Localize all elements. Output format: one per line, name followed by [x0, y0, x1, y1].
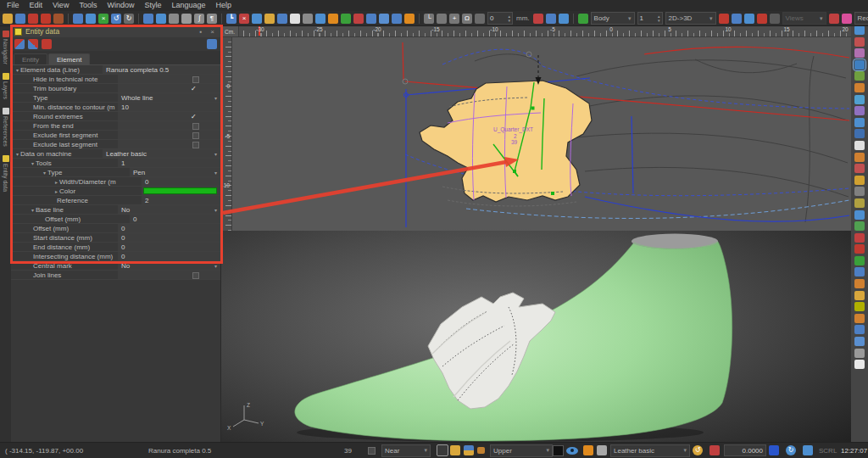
right-toolbar-icon[interactable] — [854, 325, 865, 334]
toolbar-dropdown[interactable]: Body▾ — [591, 12, 635, 25]
right-toolbar-icon[interactable] — [854, 141, 865, 150]
status-checkbox[interactable] — [368, 447, 376, 455]
toolbar-icon[interactable] — [303, 14, 313, 24]
toolbar-icon[interactable]: + — [449, 14, 459, 24]
property-row[interactable]: ▸ Width/Diameter (m 0 — [11, 177, 220, 187]
panel-title-bar[interactable]: Entity data ▪ × — [11, 25, 220, 37]
menu-item[interactable]: Language — [166, 0, 210, 11]
toolbar-icon[interactable] — [353, 14, 364, 24]
current-color-swatch[interactable] — [553, 445, 564, 456]
refresh-icon[interactable]: ↺ — [693, 445, 703, 455]
toolbar-icon[interactable] — [41, 14, 51, 24]
right-toolbar-icon[interactable] — [854, 60, 865, 70]
right-toolbar-icon[interactable] — [854, 164, 865, 173]
right-toolbar-icon[interactable] — [854, 198, 865, 208]
right-toolbar-icon[interactable] — [854, 95, 865, 104]
toolbar-icon[interactable] — [719, 14, 729, 24]
tools-wrench-icon[interactable] — [597, 445, 607, 455]
right-toolbar-icon[interactable] — [854, 314, 865, 323]
property-row[interactable]: ▾ Element data (Line) Ranura completa 0.… — [11, 65, 220, 75]
color-swatch[interactable] — [143, 187, 217, 194]
menu-item[interactable]: Tools — [74, 0, 102, 11]
toolbar-icon[interactable] — [842, 14, 852, 24]
property-value[interactable]: 0 — [142, 177, 220, 186]
property-row[interactable]: ▾ Type Pen ▾ — [11, 168, 220, 177]
property-row[interactable]: Min. distance to contour (m 10 — [11, 103, 220, 112]
property-row[interactable]: Hide in technical note — [11, 75, 220, 84]
property-row[interactable]: Intersecting distance (mm) 0 — [11, 252, 220, 261]
property-row[interactable]: Start distance (mm) 0 — [11, 233, 220, 243]
property-value[interactable]: 0 — [118, 224, 220, 232]
right-toolbar-icon[interactable] — [854, 360, 865, 369]
property-row[interactable]: From the end — [11, 121, 220, 131]
toolbar-icon[interactable] — [181, 14, 192, 24]
right-toolbar-icon[interactable] — [854, 302, 865, 311]
pieces-folder-icon[interactable] — [450, 445, 460, 455]
property-value[interactable]: ✓ — [118, 112, 220, 120]
property-value[interactable]: 0 — [118, 233, 220, 242]
checkmark-icon[interactable]: ✓ — [191, 85, 197, 92]
right-toolbar-icon[interactable] — [854, 349, 865, 358]
toolbar-icon[interactable] — [757, 14, 767, 24]
property-value[interactable]: 2 — [142, 196, 220, 204]
toolbar-icon[interactable] — [559, 14, 569, 24]
menu-item[interactable]: View — [47, 0, 74, 11]
right-toolbar-icon[interactable] — [854, 48, 865, 58]
expander-icon[interactable]: ▾ — [43, 170, 46, 176]
toolbar-icon[interactable] — [392, 14, 402, 24]
expander-icon[interactable]: ▸ — [55, 179, 58, 185]
expander-icon[interactable]: ▸ — [55, 188, 58, 194]
right-toolbar-icon[interactable] — [854, 176, 865, 185]
right-toolbar-icon[interactable] — [854, 244, 865, 254]
right-toolbar-icon[interactable] — [854, 71, 865, 81]
right-toolbar-icon[interactable] — [854, 337, 865, 346]
toolbar-icon[interactable] — [277, 14, 287, 24]
right-toolbar-icon[interactable] — [854, 291, 865, 300]
toolbar-icon[interactable] — [86, 14, 96, 24]
toolbar-icon[interactable]: ∫ — [194, 14, 204, 24]
property-value[interactable]: Pen ▾ — [130, 168, 220, 176]
right-toolbar-icon[interactable] — [854, 153, 865, 162]
toolbar-icon[interactable] — [315, 14, 326, 24]
property-value[interactable]: 0 — [118, 252, 220, 260]
checkbox[interactable] — [192, 142, 199, 148]
side-tab[interactable]: References — [3, 108, 9, 147]
property-value[interactable]: 0 — [130, 215, 220, 223]
property-value[interactable]: No ▾ — [118, 261, 220, 270]
expander-icon[interactable]: ▾ — [16, 67, 19, 73]
layers-icon[interactable] — [464, 445, 474, 455]
pin-icon[interactable]: ▪ — [197, 28, 204, 36]
checkbox[interactable] — [192, 76, 199, 83]
property-row[interactable]: ▸ Color — [11, 187, 220, 196]
toolbar-icon[interactable] — [732, 14, 742, 24]
property-value[interactable]: ✓ — [118, 84, 220, 92]
property-row[interactable]: End distance (mm) 0 — [11, 243, 220, 252]
right-toolbar-icon[interactable] — [854, 267, 865, 276]
toolbar-icon[interactable]: × — [239, 14, 249, 24]
toolbar-icon[interactable] — [533, 14, 543, 24]
tab-entity[interactable]: Entity — [14, 53, 47, 64]
side-tab[interactable]: Navigator — [3, 31, 9, 64]
property-row[interactable]: Offset (mm) 0 — [11, 224, 220, 233]
line-data-icon[interactable] — [28, 39, 38, 49]
checkbox[interactable] — [192, 123, 199, 130]
right-toolbar-icon[interactable] — [854, 233, 865, 243]
toolbar-icon[interactable] — [328, 14, 338, 24]
property-value[interactable]: Whole line ▾ — [118, 93, 220, 102]
right-toolbar-icon[interactable] — [854, 118, 865, 127]
menu-item[interactable]: File — [2, 0, 25, 11]
property-row[interactable]: Join lines — [11, 271, 220, 280]
property-value[interactable]: 0 — [118, 243, 220, 251]
checkbox[interactable] — [192, 132, 199, 139]
close-icon[interactable]: × — [208, 28, 217, 36]
checkbox[interactable] — [192, 272, 199, 279]
table-view-icon[interactable] — [437, 444, 448, 456]
right-toolbar-icon[interactable] — [854, 129, 865, 138]
toolbar-icon[interactable]: ↺ — [111, 14, 121, 24]
toolbar-icon[interactable] — [437, 14, 447, 24]
toolbar-icon[interactable] — [404, 14, 415, 24]
toolbar-dropdown[interactable]: Red21_BRS502▾ — [854, 12, 868, 25]
toolbar-icon[interactable] — [341, 14, 351, 24]
property-value[interactable] — [118, 131, 220, 139]
toolbar-spinner[interactable]: 1▴▾ — [637, 12, 663, 25]
